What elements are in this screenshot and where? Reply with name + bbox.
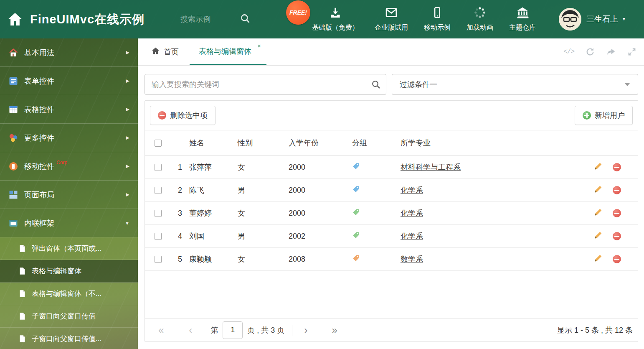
nav-item-loading-animation[interactable]: 加载动画 <box>459 0 501 38</box>
row-index: 5 <box>171 255 189 264</box>
mobile-controls-icon <box>8 161 18 171</box>
sidebar-item-label: 表单控件 <box>24 76 54 86</box>
row-checkbox[interactable] <box>155 256 162 263</box>
chevron-right-icon: ▶ <box>126 192 129 197</box>
filter-dropdown-value: 过滤条件一 <box>400 79 437 89</box>
select-all-checkbox[interactable] <box>155 140 162 147</box>
button-label: 新增用户 <box>595 110 625 120</box>
sidebar-subitem-popup-window[interactable]: 弹出窗体（本页面或... <box>0 237 138 260</box>
add-user-button[interactable]: 新增用户 <box>575 106 633 125</box>
delete-icon[interactable] <box>613 163 621 171</box>
page-number-input[interactable] <box>223 321 243 339</box>
sidebar-subitem-label: 子窗口向父窗口传值 <box>32 311 96 321</box>
sidebar-item-basic-usage[interactable]: 基本用法 ▶ <box>0 38 138 67</box>
major-link[interactable]: 化学系 <box>401 209 423 217</box>
last-page-button[interactable]: » <box>332 325 337 335</box>
row-checkbox[interactable] <box>155 187 162 194</box>
tab-grid-edit-window[interactable]: 表格与编辑窗体 × <box>190 38 266 65</box>
delete-icon[interactable] <box>613 232 621 240</box>
plus-circle-icon <box>583 111 591 120</box>
tag-icon <box>352 231 360 239</box>
sidebar-subitem-grid-edit-window-2[interactable]: 表格与编辑窗体（不... <box>0 283 138 305</box>
home-logo-icon[interactable] <box>7 11 23 28</box>
major-link[interactable]: 化学系 <box>401 232 423 240</box>
sidebar-item-form-controls[interactable]: 表单控件 ▶ <box>0 67 138 95</box>
sidebar: 基本用法 ▶ 表单控件 ▶ 表格控件 ▶ 更多控件 ▶ <box>0 38 138 349</box>
cell-name: 董婷婷 <box>189 208 238 218</box>
sidebar-item-grid-controls[interactable]: 表格控件 ▶ <box>0 95 138 124</box>
sidebar-item-more-controls[interactable]: 更多控件 ▶ <box>0 124 138 152</box>
delete-icon[interactable] <box>613 255 621 263</box>
delete-icon[interactable] <box>613 209 621 217</box>
cell-name: 陈飞 <box>189 185 238 195</box>
app-window: FineUIMvc在线示例 搜索示例 FREE! 基础版（免费） 企业版试用 <box>0 0 644 349</box>
avatar[interactable] <box>559 8 581 31</box>
table-row: 3 董婷婷 女 2000 化学系 <box>145 202 638 225</box>
row-checkbox[interactable] <box>155 164 162 171</box>
column-major: 所学专业 <box>401 138 593 148</box>
edit-icon[interactable] <box>594 231 603 242</box>
delete-icon[interactable] <box>613 186 621 194</box>
page-icon <box>18 290 26 298</box>
header-search[interactable]: 搜索示例 <box>180 0 251 38</box>
major-link[interactable]: 数学系 <box>401 255 423 263</box>
row-index: 4 <box>171 232 189 241</box>
page-label-prefix: 第 <box>210 325 218 335</box>
refresh-icon[interactable] <box>586 47 595 56</box>
row-checkbox[interactable] <box>155 233 162 240</box>
sidebar-item-mobile-controls[interactable]: 移动控件 Corp. ▶ <box>0 152 138 181</box>
search-icon[interactable] <box>240 13 251 25</box>
tag-icon <box>352 162 360 170</box>
close-icon[interactable]: × <box>257 43 261 49</box>
tab-home[interactable]: 首页 <box>138 38 190 65</box>
keyword-search-input[interactable] <box>145 74 386 95</box>
share-icon[interactable] <box>606 47 616 56</box>
expand-icon[interactable] <box>627 47 636 56</box>
cell-name: 张萍萍 <box>189 162 238 172</box>
page-label-suffix: 页 , 共 3 页 <box>247 325 284 335</box>
search-icon[interactable] <box>371 79 381 91</box>
home-icon <box>151 46 160 57</box>
row-checkbox[interactable] <box>155 210 162 217</box>
filter-dropdown[interactable]: 过滤条件一 <box>392 74 638 95</box>
nav-item-basic-free[interactable]: 基础版（免费） <box>304 0 367 38</box>
sidebar-subitem-child-to-parent-2[interactable]: 子窗口向父窗口传值... <box>0 328 138 349</box>
chevron-right-icon: ▶ <box>126 50 129 55</box>
nav-item-label: 企业版试用 <box>375 23 408 32</box>
tab-label: 表格与编辑窗体 <box>199 46 251 56</box>
delete-selected-button[interactable]: 删除选中项 <box>150 106 216 125</box>
table-row: 5 康颖颖 女 2008 数学系 <box>145 248 638 271</box>
cell-year: 2008 <box>289 255 352 264</box>
user-menu[interactable]: 三生石上 ▼ <box>586 0 626 38</box>
table-icon <box>8 104 18 115</box>
row-index: 1 <box>171 163 189 172</box>
header-search-placeholder: 搜索示例 <box>180 14 210 24</box>
sidebar-item-iframe[interactable]: 内联框架 ▼ <box>0 209 138 237</box>
major-link[interactable]: 材料科学与工程系 <box>401 163 461 171</box>
prev-page-button[interactable]: ‹ <box>189 325 192 335</box>
first-page-button[interactable]: « <box>158 325 164 335</box>
row-index: 3 <box>171 209 189 218</box>
tag-icon <box>352 208 360 216</box>
next-page-button[interactable]: › <box>304 325 307 335</box>
widgets-icon <box>8 133 18 143</box>
nav-item-mobile-demo[interactable]: 移动示例 <box>416 0 459 38</box>
edit-icon[interactable] <box>594 162 603 173</box>
edit-icon[interactable] <box>594 185 603 196</box>
edit-icon[interactable] <box>594 254 603 265</box>
sidebar-subitem-child-to-parent[interactable]: 子窗口向父窗口传值 <box>0 305 138 328</box>
nav-item-theme-store[interactable]: 主题仓库 <box>501 0 544 38</box>
sidebar-item-page-layout[interactable]: 页面布局 ▶ <box>0 181 138 209</box>
tag-icon <box>352 254 360 262</box>
nav-item-enterprise-trial[interactable]: 企业版试用 <box>367 0 416 38</box>
sidebar-item-label: 内联框架 <box>24 218 54 228</box>
edit-icon[interactable] <box>594 208 603 219</box>
sidebar-subitem-label: 表格与编辑窗体（不... <box>32 289 101 298</box>
caret-down-icon: ▼ <box>622 17 626 21</box>
sidebar-subitem-grid-edit-window[interactable]: 表格与编辑窗体 <box>0 260 138 283</box>
page-icon <box>18 312 26 320</box>
major-link[interactable]: 化学系 <box>401 186 423 194</box>
code-icon[interactable]: </> <box>563 48 574 56</box>
cell-gender: 女 <box>238 254 289 264</box>
nav-item-label: 主题仓库 <box>509 23 536 32</box>
